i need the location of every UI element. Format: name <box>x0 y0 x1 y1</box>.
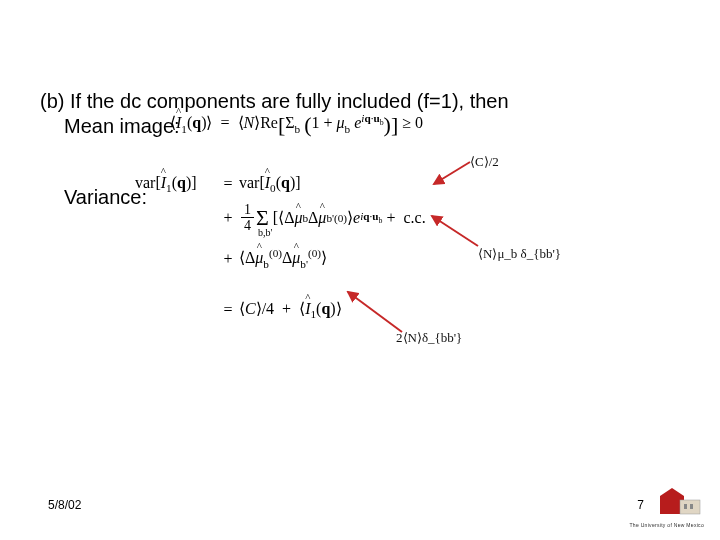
svg-line-1 <box>432 216 478 246</box>
arrow-3 <box>344 288 414 338</box>
math-area: ⟨I1(q)⟩ = ⟨N⟩Re[Σb (1 + μb eiq·ub)] ≥ 0 … <box>170 112 690 382</box>
unm-logo-icon <box>654 484 702 522</box>
svg-line-0 <box>434 162 470 184</box>
svg-rect-4 <box>684 504 687 509</box>
arrow-1 <box>430 158 480 188</box>
annotation-n-mu-delta: ⟨N⟩μ_b δ_{bb'} <box>478 246 561 262</box>
arrow-2 <box>428 212 488 252</box>
heading-b: (b) If the dc components are fully inclu… <box>40 90 700 113</box>
mean-formula: ⟨I1(q)⟩ = ⟨N⟩Re[Σb (1 + μb eiq·ub)] ≥ 0 <box>170 112 423 138</box>
svg-line-2 <box>348 292 402 332</box>
footer-date: 5/8/02 <box>48 498 81 512</box>
svg-rect-5 <box>690 504 693 509</box>
footer-page-number: 7 <box>637 498 644 512</box>
institution-label: The University of New Mexico <box>629 522 704 528</box>
